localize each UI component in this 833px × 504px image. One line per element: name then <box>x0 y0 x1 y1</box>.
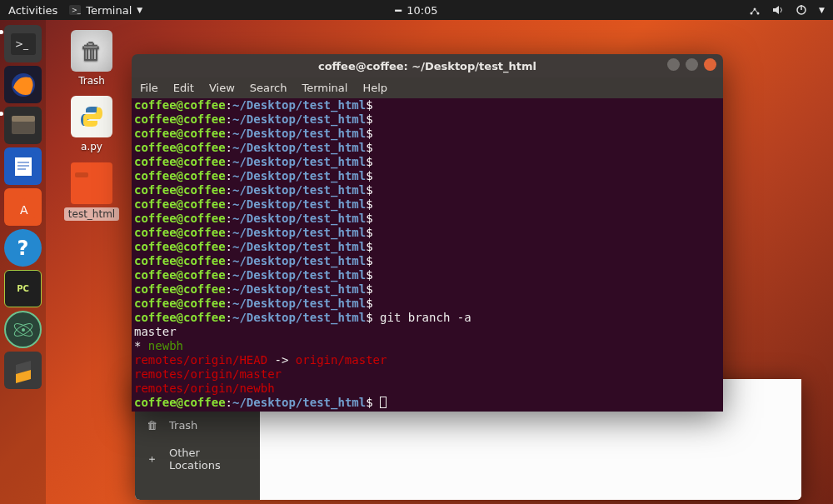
desktop-folder-testhtml[interactable]: test_html <box>62 162 121 221</box>
terminal-line: coffee@coffee:~/Desktop/test_html$ <box>134 112 721 127</box>
menu-terminal[interactable]: Terminal <box>302 82 347 94</box>
terminal-output: remotes/origin/newbh <box>134 382 721 396</box>
menu-view[interactable]: View <box>209 82 235 94</box>
svg-rect-14 <box>12 116 35 122</box>
menu-edit[interactable]: Edit <box>173 82 194 94</box>
dock-ubuntu-software[interactable]: A <box>4 188 42 226</box>
terminal-line: coffee@coffee:~/Desktop/test_html$ <box>134 141 721 155</box>
terminal-line: coffee@coffee:~/Desktop/test_html$ <box>134 297 721 311</box>
terminal-menubar: FileEditViewSearchTerminalHelp <box>132 77 723 98</box>
trash-icon: 🗑 <box>71 30 112 72</box>
plus-icon: ＋ <box>147 452 157 467</box>
fm-side-other-label: Other Locations <box>169 447 248 472</box>
terminal-line: coffee@coffee:~/Desktop/test_html$ <box>134 226 721 240</box>
window-maximize-button[interactable] <box>686 58 698 71</box>
volume-icon[interactable] <box>772 4 784 16</box>
app-menu[interactable]: >_ Terminal ▼ <box>69 4 142 17</box>
desktop-trash-label: Trash <box>78 75 105 87</box>
terminal-line: coffee@coffee:~/Desktop/test_html$ <box>134 254 721 268</box>
fm-side-other[interactable]: ＋ Other Locations <box>135 439 260 479</box>
dock-terminal[interactable]: >_ <box>4 25 42 62</box>
activities-button[interactable]: Activities <box>8 4 57 17</box>
clock[interactable]: ━10:05 <box>395 4 437 17</box>
fm-side-trash-label: Trash <box>169 419 197 432</box>
dock-atom[interactable] <box>4 311 42 348</box>
dock-sublime[interactable] <box>4 352 42 389</box>
terminal-output: remotes/origin/HEAD -> origin/master <box>134 353 721 367</box>
power-icon[interactable] <box>796 4 807 16</box>
window-minimize-button[interactable] <box>667 58 680 71</box>
pycharm-icon: PC <box>17 284 29 293</box>
terminal-output: remotes/origin/master <box>134 367 721 382</box>
gnome-topbar: Activities >_ Terminal ▼ ━10:05 ▼ <box>0 0 833 20</box>
dock-help[interactable]: ? <box>4 229 42 267</box>
terminal-output: master <box>134 325 721 339</box>
svg-line-5 <box>751 9 755 13</box>
terminal-line: coffee@coffee:~/Desktop/test_html$ <box>134 169 721 183</box>
terminal-line: coffee@coffee:~/Desktop/test_html$ <box>134 268 721 282</box>
svg-rect-16 <box>15 157 32 176</box>
clock-text: 10:05 <box>407 4 437 17</box>
svg-marker-7 <box>773 6 779 14</box>
terminal-line: coffee@coffee:~/Desktop/test_html$ <box>134 127 721 141</box>
menu-search[interactable]: Search <box>250 82 287 94</box>
dock-firefox[interactable] <box>4 66 42 103</box>
python-file-icon <box>71 96 112 137</box>
folder-icon <box>71 162 112 204</box>
desktop-apy-label: a.py <box>81 141 102 152</box>
trash-icon: 🗑 <box>147 419 157 432</box>
terminal-small-icon: >_ <box>69 5 81 15</box>
system-menu-chevron-icon[interactable]: ▼ <box>819 6 825 14</box>
terminal-body[interactable]: coffee@coffee:~/Desktop/test_html$coffee… <box>132 98 723 412</box>
window-close-button[interactable] <box>704 58 716 71</box>
dock: >_ A ? PC <box>0 20 46 504</box>
fm-side-trash[interactable]: 🗑 Trash <box>135 412 260 439</box>
chevron-down-icon: ▼ <box>137 6 142 14</box>
terminal-line: coffee@coffee:~/Desktop/test_html$ <box>134 212 721 226</box>
svg-text:>_: >_ <box>72 7 81 14</box>
svg-line-6 <box>755 9 758 13</box>
desktop-trash[interactable]: 🗑 Trash <box>62 30 121 87</box>
terminal-line: coffee@coffee:~/Desktop/test_html$ <box>134 396 721 410</box>
desktop-folder-label: test_html <box>64 207 119 221</box>
terminal-window[interactable]: coffee@coffee: ~/Desktop/test_html FileE… <box>132 54 723 412</box>
terminal-line: coffee@coffee:~/Desktop/test_html$ <box>134 155 721 169</box>
desktop-file-apy[interactable]: a.py <box>62 96 121 152</box>
terminal-output: * newbh <box>134 339 721 353</box>
dock-libreoffice-writer[interactable] <box>4 147 42 185</box>
dock-pycharm[interactable]: PC <box>4 270 42 307</box>
svg-rect-27 <box>75 172 88 177</box>
svg-text:A: A <box>20 203 28 217</box>
menu-help[interactable]: Help <box>362 82 387 94</box>
terminal-title-text: coffee@coffee: ~/Desktop/test_html <box>318 60 536 72</box>
terminal-line: coffee@coffee:~/Desktop/test_html$ git b… <box>134 311 721 325</box>
app-menu-label: Terminal <box>86 4 132 17</box>
svg-point-24 <box>22 328 25 332</box>
help-icon: ? <box>17 237 29 260</box>
terminal-line: coffee@coffee:~/Desktop/test_html$ <box>134 282 721 297</box>
dock-files[interactable] <box>4 107 42 144</box>
terminal-line: coffee@coffee:~/Desktop/test_html$ <box>134 240 721 254</box>
cursor <box>380 397 387 408</box>
network-icon[interactable] <box>749 4 761 16</box>
svg-text:>_: >_ <box>15 38 29 50</box>
terminal-titlebar[interactable]: coffee@coffee: ~/Desktop/test_html <box>132 54 723 77</box>
terminal-line: coffee@coffee:~/Desktop/test_html$ <box>134 183 721 197</box>
terminal-line: coffee@coffee:~/Desktop/test_html$ <box>134 197 721 212</box>
menu-file[interactable]: File <box>140 82 158 94</box>
terminal-line: coffee@coffee:~/Desktop/test_html$ <box>134 98 721 112</box>
